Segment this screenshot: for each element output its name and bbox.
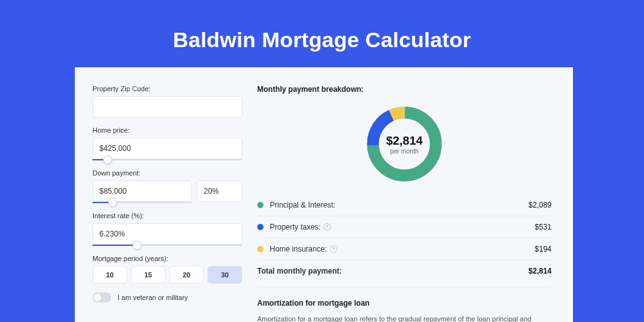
dot-icon	[257, 246, 264, 252]
row-property-taxes: Property taxes: ? $531	[257, 216, 552, 238]
period-btn-20[interactable]: 20	[169, 266, 204, 284]
row-label: Total monthly payment:	[257, 267, 528, 275]
home-price-group: Home price:	[92, 126, 242, 160]
calculator-card: Property Zip Code: Home price: Down paym…	[75, 67, 569, 322]
dot-icon	[257, 202, 264, 208]
donut-center: $2,814 per month	[386, 134, 423, 155]
veteran-label: I am veteran or military	[118, 294, 188, 301]
row-label: Principal & Interest:	[270, 201, 528, 209]
interest-rate-group: Interest rate (%):	[92, 212, 242, 246]
amortization-body: Amortization for a mortgage loan refers …	[257, 314, 552, 322]
period-btn-30[interactable]: 30	[208, 266, 242, 284]
amortization-section: Amortization for mortgage loan Amortizat…	[257, 287, 552, 322]
mortgage-period-label: Mortgage period (years):	[92, 255, 242, 262]
down-payment-label: Down payment:	[92, 169, 242, 177]
slider-thumb[interactable]	[108, 198, 117, 207]
row-label-text: Principal & Interest:	[270, 201, 335, 209]
mortgage-period-options: 10 15 20 30	[92, 266, 242, 284]
page-title: Baldwin Mortgage Calculator	[0, 0, 644, 67]
donut-chart-wrap: $2,814 per month	[257, 103, 552, 186]
dot-icon	[257, 224, 264, 230]
veteran-toggle[interactable]	[92, 292, 111, 303]
veteran-row: I am veteran or military	[92, 292, 242, 303]
decorative-edge	[569, 67, 573, 322]
down-payment-group: Down payment:	[92, 169, 242, 203]
period-btn-10[interactable]: 10	[92, 266, 127, 284]
donut-sub: per month	[386, 148, 423, 155]
interest-rate-input[interactable]	[92, 223, 242, 245]
breakdown-title: Monthly payment breakdown:	[257, 85, 552, 94]
row-label: Property taxes: ?	[270, 223, 535, 231]
slider-thumb[interactable]	[133, 241, 142, 250]
home-price-input[interactable]	[92, 138, 242, 159]
home-price-label: Home price:	[92, 126, 242, 134]
slider-thumb[interactable]	[103, 155, 112, 164]
mortgage-period-group: Mortgage period (years): 10 15 20 30	[92, 255, 242, 284]
breakdown-column: Monthly payment breakdown: $2,814 per mo…	[257, 85, 552, 322]
row-label-text: Property taxes:	[270, 223, 321, 231]
down-payment-percent-input[interactable]	[197, 180, 242, 202]
donut-amount: $2,814	[386, 134, 423, 148]
interest-rate-label: Interest rate (%):	[92, 212, 242, 219]
row-value: $2,814	[528, 267, 552, 275]
info-icon[interactable]: ?	[323, 223, 331, 231]
row-value: $2,089	[528, 201, 552, 209]
amortization-title: Amortization for mortgage loan	[257, 299, 552, 308]
down-payment-slider[interactable]	[92, 202, 192, 203]
zip-group: Property Zip Code:	[92, 85, 242, 118]
interest-rate-slider[interactable]	[92, 245, 242, 246]
slider-fill	[92, 245, 137, 246]
toggle-knob	[94, 294, 101, 301]
down-payment-amount-input[interactable]	[92, 180, 192, 202]
zip-label: Property Zip Code:	[92, 85, 242, 92]
inputs-column: Property Zip Code: Home price: Down paym…	[92, 85, 242, 322]
row-label: Home insurance: ?	[270, 245, 535, 253]
home-price-slider[interactable]	[92, 159, 242, 160]
zip-input[interactable]	[92, 96, 242, 118]
row-home-insurance: Home insurance: ? $194	[257, 238, 552, 260]
info-icon[interactable]: ?	[330, 245, 337, 253]
row-principal-interest: Principal & Interest: $2,089	[257, 194, 552, 216]
row-label-text: Home insurance:	[270, 245, 327, 253]
period-btn-15[interactable]: 15	[131, 266, 165, 284]
row-value: $531	[535, 223, 552, 231]
donut-chart: $2,814 per month	[363, 103, 446, 186]
row-value: $194	[535, 245, 552, 253]
row-total: Total monthly payment: $2,814	[257, 260, 552, 282]
